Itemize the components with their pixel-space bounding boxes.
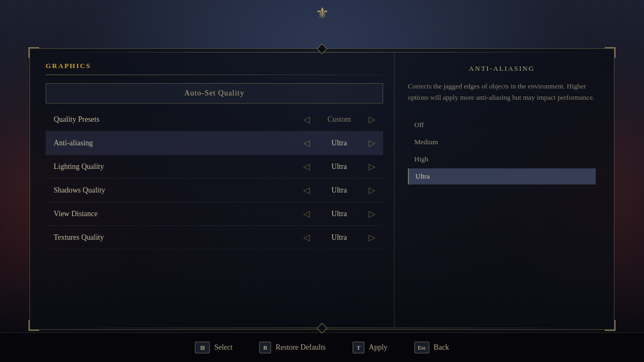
setting-arrow-left-lighting-quality[interactable]: ◁ — [303, 161, 310, 172]
setting-arrow-right-lighting-quality[interactable]: ▷ — [369, 161, 375, 172]
apply-action[interactable]: T Apply — [353, 342, 387, 353]
right-panel: ANTI-ALIASING Corrects the jagged edges … — [394, 54, 609, 327]
auto-set-quality-button[interactable]: Auto-Set Quality — [46, 83, 383, 104]
setting-value-anti-aliasing: Ultra — [318, 139, 361, 147]
setting-label-textures-quality: Textures Quality — [54, 233, 303, 242]
option-medium[interactable]: Medium — [408, 134, 596, 150]
setting-row-anti-aliasing[interactable]: Anti-aliasing ◁ Ultra ▷ — [46, 131, 383, 155]
bottom-bar: ⊟ Select R Restore Defaults T Apply Esc … — [0, 333, 644, 362]
setting-row-textures-quality[interactable]: Textures Quality ◁ Ultra ▷ — [46, 226, 383, 249]
setting-label-quality-presets: Quality Presets — [54, 115, 303, 124]
option-off[interactable]: Off — [408, 117, 596, 133]
right-panel-title: ANTI-ALIASING — [408, 64, 596, 73]
setting-row-lighting-quality[interactable]: Lighting Quality ◁ Ultra ▷ — [46, 155, 383, 179]
left-panel: GRAPHICS Auto-Set Quality Quality Preset… — [35, 54, 394, 327]
back-key-badge: Esc — [414, 342, 429, 353]
option-ultra[interactable]: Ultra — [408, 168, 596, 184]
apply-label: Apply — [369, 343, 387, 352]
setting-arrow-right-anti-aliasing[interactable]: ▷ — [369, 138, 375, 148]
setting-label-anti-aliasing: Anti-aliasing — [54, 139, 303, 147]
setting-arrow-left-quality-presets[interactable]: ◁ — [303, 114, 310, 124]
setting-arrow-right-textures-quality[interactable]: ▷ — [369, 232, 375, 242]
setting-value-quality-presets: Custom — [318, 115, 361, 124]
select-label: Select — [214, 343, 232, 352]
top-ornament-icon: ⚜ — [316, 4, 329, 22]
apply-key-badge: T — [353, 342, 364, 353]
setting-arrow-left-textures-quality[interactable]: ◁ — [303, 232, 310, 242]
setting-value-lighting-quality: Ultra — [318, 162, 361, 171]
content-area: GRAPHICS Auto-Set Quality Quality Preset… — [35, 54, 609, 327]
setting-arrow-right-view-distance[interactable]: ▷ — [369, 209, 375, 219]
select-key-badge: ⊟ — [195, 342, 210, 353]
option-high[interactable]: High — [408, 151, 596, 167]
setting-arrow-left-anti-aliasing[interactable]: ◁ — [303, 138, 310, 148]
setting-label-lighting-quality: Lighting Quality — [54, 162, 303, 171]
back-label: Back — [434, 343, 449, 352]
setting-row-view-distance[interactable]: View Distance ◁ Ultra ▷ — [46, 202, 383, 226]
setting-arrow-left-view-distance[interactable]: ◁ — [303, 209, 310, 219]
setting-arrow-right-shadows-quality[interactable]: ▷ — [369, 185, 375, 195]
setting-value-view-distance: Ultra — [318, 210, 361, 218]
select-action: ⊟ Select — [195, 342, 232, 353]
dropdown-options-list: Off Medium High Ultra — [408, 117, 596, 184]
setting-label-view-distance: View Distance — [54, 210, 303, 218]
section-divider — [46, 75, 383, 75]
setting-arrow-right-quality-presets[interactable]: ▷ — [369, 114, 375, 124]
section-title: GRAPHICS — [46, 62, 383, 70]
settings-list: Quality Presets ◁ Custom ▷ Anti-aliasing… — [46, 108, 383, 249]
setting-arrow-left-shadows-quality[interactable]: ◁ — [303, 185, 310, 195]
right-panel-description: Corrects the jagged edges of objects in … — [408, 81, 596, 104]
setting-value-textures-quality: Ultra — [318, 233, 361, 242]
restore-key-badge: R — [259, 342, 271, 353]
setting-row-shadows-quality[interactable]: Shadows Quality ◁ Ultra ▷ — [46, 179, 383, 202]
setting-row-quality-presets[interactable]: Quality Presets ◁ Custom ▷ — [46, 108, 383, 131]
restore-label: Restore Defaults — [275, 343, 326, 352]
restore-defaults-action[interactable]: R Restore Defaults — [259, 342, 326, 353]
back-action[interactable]: Esc Back — [414, 342, 449, 353]
setting-value-shadows-quality: Ultra — [318, 186, 361, 195]
setting-label-shadows-quality: Shadows Quality — [54, 186, 303, 195]
